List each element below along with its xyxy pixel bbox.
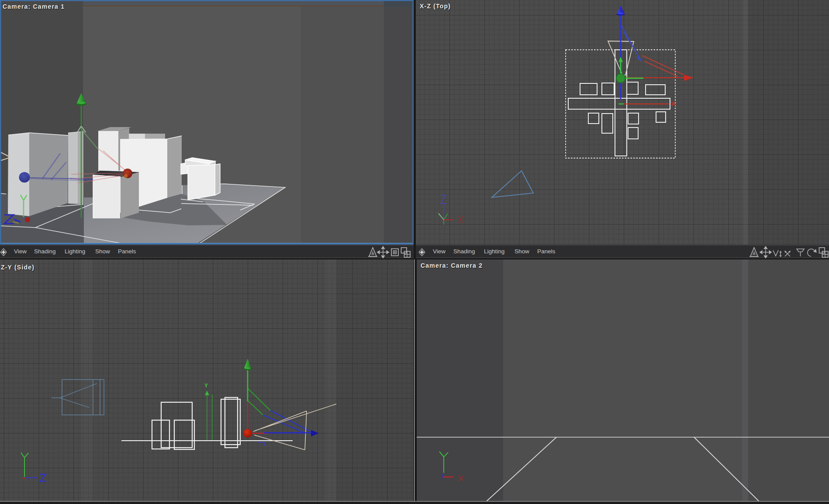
svg-text:Y: Y bbox=[204, 383, 208, 389]
